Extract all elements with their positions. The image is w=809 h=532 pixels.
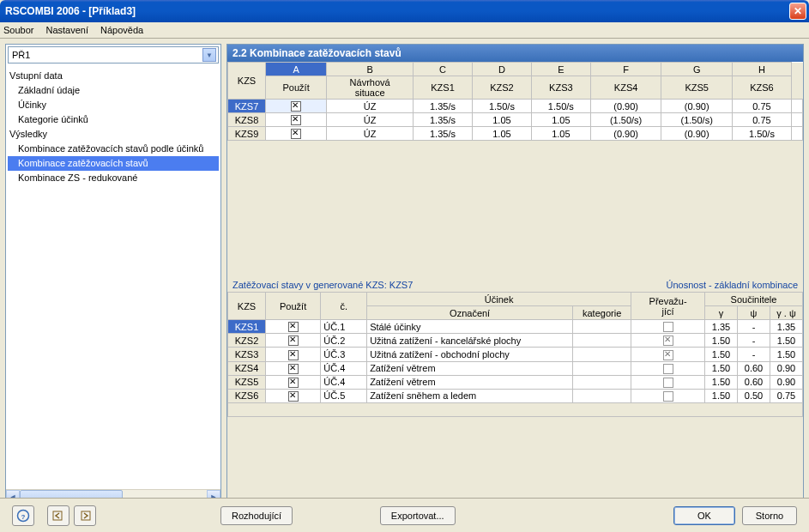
col-letter-F[interactable]: F bbox=[590, 63, 661, 76]
checkbox-icon[interactable] bbox=[288, 378, 299, 388]
tree-item-effects[interactable]: Účinky bbox=[8, 98, 219, 112]
tree: Vstupní data Základní údaje Účinky Kateg… bbox=[6, 65, 220, 489]
table-row: KZS8 ÚZ 1.35/s 1.05 1.05 (1.50/s) (1.50/… bbox=[228, 113, 803, 127]
help-icon[interactable]: ? bbox=[12, 505, 34, 526]
col2-g: γ bbox=[705, 306, 738, 320]
col-use: Použít bbox=[266, 76, 327, 100]
table-row: KZS4 ÚČ.4 Zatížení větrem 1.50 0.60 0.90 bbox=[228, 361, 803, 375]
right-panel: 2.2 Kombinace zatěžovacích stavů KZS A B… bbox=[226, 44, 804, 504]
col-kzs1: KZS1 bbox=[414, 76, 473, 100]
col2-psi: ψ bbox=[738, 306, 770, 320]
col-letter-H[interactable]: H bbox=[732, 63, 791, 76]
table-row: KZS9 ÚZ 1.35/s 1.05 1.05 (0.90) (0.90) 1… bbox=[228, 127, 803, 141]
checkbox-icon[interactable] bbox=[291, 129, 301, 139]
col2-coef: Součinitele bbox=[705, 293, 803, 306]
col2-gpsi: γ . ψ bbox=[770, 306, 803, 320]
decide-button[interactable]: Rozhodující bbox=[220, 506, 293, 525]
table-row: KZS5 ÚČ.4 Zatížení větrem 1.50 0.60 0.90 bbox=[228, 375, 803, 389]
chevron-down-icon[interactable]: ▼ bbox=[202, 48, 216, 62]
checkbox-icon[interactable] bbox=[291, 101, 301, 112]
col2-effect: Účinek bbox=[367, 293, 631, 306]
menu-help[interactable]: Nápověda bbox=[100, 25, 143, 35]
subtitle-right: Únosnost - základní kombinace bbox=[667, 280, 798, 290]
svg-rect-2 bbox=[53, 511, 62, 520]
left-panel: PŘ1 ▼ Vstupní data Základní údaje Účinky… bbox=[5, 44, 221, 504]
col-letter-A[interactable]: A bbox=[266, 63, 327, 76]
bottom-grid[interactable]: KZS Použít č. Účinek Převažu-jící Součin… bbox=[227, 292, 803, 417]
table-row: KZS3 ÚČ.3 Užitná zatížení - obchodní plo… bbox=[228, 348, 803, 361]
top-grid[interactable]: KZS A B C D E F G H Použít Návrhovásitua… bbox=[227, 62, 803, 141]
cancel-button[interactable]: Storno bbox=[742, 506, 797, 525]
col-kzs2: KZS2 bbox=[472, 76, 531, 100]
checkbox-icon[interactable] bbox=[663, 364, 673, 374]
col-kzs6: KZS6 bbox=[732, 76, 791, 100]
close-icon[interactable]: ✕ bbox=[789, 3, 806, 20]
subtitle-bar: Zatěžovací stavy v generované KZS: KZS7 … bbox=[227, 278, 803, 292]
ok-button[interactable]: OK bbox=[673, 506, 735, 525]
project-combo[interactable]: PŘ1 ▼ bbox=[8, 46, 219, 63]
checkbox-icon[interactable] bbox=[288, 364, 299, 374]
col-kzs3: KZS3 bbox=[531, 76, 590, 100]
col-kzs: KZS bbox=[228, 63, 266, 100]
col2-num: č. bbox=[321, 293, 367, 320]
tree-item-categories[interactable]: Kategorie účinků bbox=[8, 112, 219, 127]
col2-design: Označení bbox=[367, 306, 573, 320]
col-kzs5: KZS5 bbox=[661, 76, 733, 100]
checkbox-icon[interactable] bbox=[663, 391, 673, 402]
col2-cat: kategorie bbox=[573, 306, 631, 320]
table-row: KZS2 ÚČ.2 Užitná zatížení - kancelářské … bbox=[228, 334, 803, 348]
window-title: RSCOMBI 2006 - [Příklad3] bbox=[5, 5, 789, 17]
subtitle-left: Zatěžovací stavy v generované KZS: KZS7 bbox=[232, 280, 413, 290]
checkbox-icon[interactable] bbox=[288, 322, 299, 332]
checkbox-icon[interactable] bbox=[663, 322, 673, 332]
svg-rect-3 bbox=[82, 511, 90, 520]
checkbox-icon[interactable] bbox=[663, 378, 673, 388]
col-situation: Návrhovásituace bbox=[327, 76, 414, 100]
checkbox-icon[interactable] bbox=[663, 350, 673, 360]
next-icon[interactable] bbox=[74, 505, 96, 526]
grid-empty-area bbox=[227, 141, 803, 278]
tree-item-basic[interactable]: Základní údaje bbox=[8, 83, 219, 98]
checkbox-icon[interactable] bbox=[288, 336, 299, 346]
svg-text:?: ? bbox=[21, 513, 26, 521]
col-letter-E[interactable]: E bbox=[531, 63, 590, 76]
col-letter-C[interactable]: C bbox=[414, 63, 473, 76]
table-row: KZS6 ÚČ.5 Zatížení sněhem a ledem 1.50 0… bbox=[228, 389, 803, 402]
bottom-bar: ? Rozhodující Exportovat... OK Storno bbox=[0, 498, 809, 532]
tree-group-results[interactable]: Výsledky bbox=[8, 127, 219, 142]
col-kzs4: KZS4 bbox=[590, 76, 661, 100]
checkbox-icon[interactable] bbox=[288, 391, 299, 402]
tree-item-combo-reduced[interactable]: Kombinace ZS - redukované bbox=[8, 171, 219, 185]
checkbox-icon[interactable] bbox=[288, 350, 299, 360]
table-row: KZS7 ÚZ 1.35/s 1.50/s 1.50/s (0.90) (0.9… bbox=[228, 100, 803, 113]
tree-item-combo-effects[interactable]: Kombinace zatěžovacích stavů podle účink… bbox=[8, 142, 219, 156]
col2-use: Použít bbox=[266, 293, 321, 320]
col2-prev: Převažu-jící bbox=[631, 293, 705, 320]
checkbox-icon[interactable] bbox=[291, 115, 301, 125]
col-letter-B[interactable]: B bbox=[327, 63, 414, 76]
tree-group-input[interactable]: Vstupní data bbox=[8, 69, 219, 83]
menu-settings[interactable]: Nastavení bbox=[45, 25, 88, 35]
col2-kzs: KZS bbox=[228, 293, 266, 320]
tree-item-combo-states[interactable]: Kombinace zatěžovacích stavů bbox=[8, 156, 219, 171]
titlebar: RSCOMBI 2006 - [Příklad3] ✕ bbox=[0, 0, 809, 22]
menu-file[interactable]: Soubor bbox=[3, 25, 33, 35]
menubar: Soubor Nastavení Nápověda bbox=[0, 22, 809, 39]
prev-icon[interactable] bbox=[47, 505, 69, 526]
export-button[interactable]: Exportovat... bbox=[380, 506, 456, 525]
col-letter-G[interactable]: G bbox=[661, 63, 733, 76]
checkbox-icon[interactable] bbox=[663, 336, 673, 346]
combo-value: PŘ1 bbox=[12, 50, 202, 60]
col-letter-D[interactable]: D bbox=[472, 63, 531, 76]
table-row: KZS1 ÚČ.1 Stálé účinky 1.35 - 1.35 bbox=[228, 320, 803, 334]
panel-title: 2.2 Kombinace zatěžovacích stavů bbox=[227, 45, 803, 62]
